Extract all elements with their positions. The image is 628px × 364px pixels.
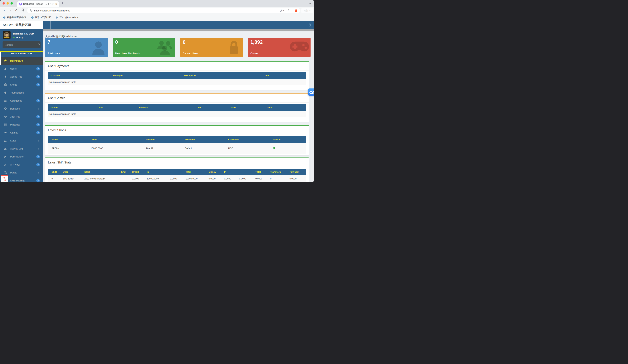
help-badge[interactable]: ? <box>36 75 40 78</box>
sidebar-item-games[interactable]: Games? <box>0 129 43 137</box>
column-header[interactable]: Balance <box>139 106 148 109</box>
column-header[interactable]: Date <box>267 106 272 109</box>
column-header[interactable]: Shift <box>51 171 57 173</box>
column-header[interactable]: Name <box>51 138 58 141</box>
reload-button[interactable]: ⟳ <box>14 8 18 12</box>
bookmark-favicon-icon: Tm <box>3 16 6 19</box>
tab-strip: B Dashboard - SeiBet - 天美社区 ✕ + ⌄ <box>0 0 314 7</box>
bookmark-item[interactable]: Tm认准->天美社区 <box>31 16 51 19</box>
browser-tab[interactable]: B Dashboard - SeiBet - 天美社区 ✕ <box>17 1 59 7</box>
sidebar-item-shops[interactable]: Shops? <box>0 81 43 89</box>
search-box[interactable] <box>2 41 41 48</box>
column-header[interactable]: Money Out <box>184 74 196 77</box>
help-badge[interactable]: ? <box>36 163 40 166</box>
site-settings-icon[interactable] <box>29 9 32 12</box>
help-badge[interactable]: ? <box>36 155 40 158</box>
online-status-dot <box>13 37 14 38</box>
column-header[interactable]: End <box>121 171 126 173</box>
baidu-netdisk-badge[interactable] <box>308 88 314 96</box>
url-text[interactable]: https://seibet.timibbs.vip/backend <box>34 9 280 12</box>
column-header[interactable]: Win <box>231 106 236 109</box>
bookmark-icon[interactable] <box>21 8 25 12</box>
column-header[interactable]: Currency <box>228 138 238 141</box>
column-header[interactable]: Total <box>185 171 191 173</box>
address-bar[interactable]: https://seibet.timibbs.vip/backend 文A <box>27 8 300 13</box>
sidebar-item-activity-log[interactable]: Activity Log‹ <box>0 145 43 152</box>
column-header[interactable]: Credit <box>90 138 97 141</box>
tab-search-chevron-icon[interactable]: ⌄ <box>308 2 312 5</box>
logout-power-icon[interactable] <box>306 21 313 29</box>
column-header[interactable]: Money In <box>113 74 123 77</box>
column-header[interactable]: User <box>63 171 68 173</box>
column-header[interactable]: Total <box>255 171 261 173</box>
sidebar-item-dashboard[interactable]: Dashboard <box>0 57 43 65</box>
sidebar-item-api-keys[interactable]: API Keys? <box>0 160 43 169</box>
minimize-window-button[interactable] <box>6 2 9 4</box>
column-header[interactable]: Game <box>51 106 58 109</box>
column-header[interactable]: Percent <box>146 138 155 141</box>
update-button[interactable]: 更新 ≡ <box>301 8 313 13</box>
shop-name: SPShop <box>16 36 23 39</box>
sidebar-item-jack-pot[interactable]: Jack Pot? <box>0 113 43 121</box>
help-badge[interactable]: ? <box>36 115 40 118</box>
sidebar-item-agent-tree[interactable]: Agent Tree? <box>0 73 43 81</box>
column-header[interactable]: Credit <box>132 171 139 173</box>
person-icon <box>89 39 107 57</box>
translate-icon[interactable]: 文A <box>280 9 284 12</box>
column-header[interactable]: In <box>147 171 149 173</box>
bookmark-item[interactable]: TmTG：@tianmeibbs <box>55 16 78 19</box>
menu-icon: ≡ <box>309 9 310 12</box>
heartbeat-icon <box>4 115 7 118</box>
table-cell: 0 <box>270 177 271 180</box>
panel-title: User Payments <box>45 62 309 71</box>
share-icon[interactable] <box>287 9 290 12</box>
column-header[interactable]: Frontend <box>185 138 195 141</box>
sidebar-item-tournaments[interactable]: Tournaments <box>0 89 43 97</box>
column-header[interactable]: - <box>239 171 240 173</box>
comments-icon <box>4 171 7 174</box>
search-input[interactable] <box>5 43 38 46</box>
bookmark-item[interactable]: Tm程序搭建/开发/修复 <box>3 16 26 19</box>
column-header[interactable]: Start <box>84 171 90 173</box>
sidebar-item-stats[interactable]: Stats‹ <box>0 137 43 145</box>
maximize-window-button[interactable] <box>10 2 13 4</box>
laravel-debug-badge[interactable] <box>1 175 8 182</box>
bookmark-favicon-icon: Tm <box>31 16 34 19</box>
column-header[interactable]: Money <box>209 171 216 173</box>
help-badge[interactable]: ? <box>36 131 40 134</box>
sidebar-scrollbar-thumb[interactable] <box>0 52 1 65</box>
column-header[interactable]: Status <box>273 138 281 141</box>
column-header[interactable]: User <box>98 106 103 109</box>
column-header[interactable]: - <box>170 171 171 173</box>
column-header[interactable]: Date <box>264 74 269 77</box>
brave-shield-icon[interactable] <box>294 9 298 12</box>
help-badge[interactable]: ? <box>36 99 40 102</box>
shop-link[interactable]: SPShop <box>51 147 60 150</box>
close-window-button[interactable] <box>2 2 5 4</box>
tab-close-icon[interactable]: ✕ <box>55 3 57 5</box>
help-badge[interactable]: ? <box>36 179 40 182</box>
sidebar-item-categories[interactable]: Categories? <box>0 97 43 105</box>
app-logo[interactable]: SeiBet - 天美社区源 <box>0 21 43 29</box>
sidebar-item-bonuses[interactable]: Bonuses‹ <box>0 105 43 113</box>
forward-button[interactable]: › <box>8 8 12 12</box>
help-badge[interactable]: ? <box>36 83 40 86</box>
column-header[interactable]: Pay Out <box>290 171 298 173</box>
column-header[interactable]: Cashier <box>51 74 60 77</box>
search-icon[interactable] <box>38 43 40 47</box>
table-cell: SPCashier <box>63 177 74 180</box>
new-tab-button[interactable]: + <box>61 1 64 5</box>
column-header[interactable]: In <box>224 171 226 173</box>
back-button[interactable]: ‹ <box>2 8 6 12</box>
help-badge[interactable]: ? <box>36 123 40 126</box>
column-header[interactable]: Bet <box>198 106 202 109</box>
sidebar-item-pincodes[interactable]: Pincodes? <box>0 121 43 129</box>
sidebar-item-permissions[interactable]: Permissions? <box>0 152 43 160</box>
sidebar-item-label: API Keys <box>10 163 20 166</box>
column-header[interactable]: Transfers <box>270 171 281 173</box>
help-badge[interactable]: ? <box>36 67 40 71</box>
sidebar-item-users[interactable]: Users? <box>0 65 43 73</box>
horizontal-scrollbar[interactable] <box>43 29 314 31</box>
vertical-scrollbar-track[interactable] <box>311 31 314 182</box>
sidebar-toggle-icon[interactable] <box>43 21 51 29</box>
